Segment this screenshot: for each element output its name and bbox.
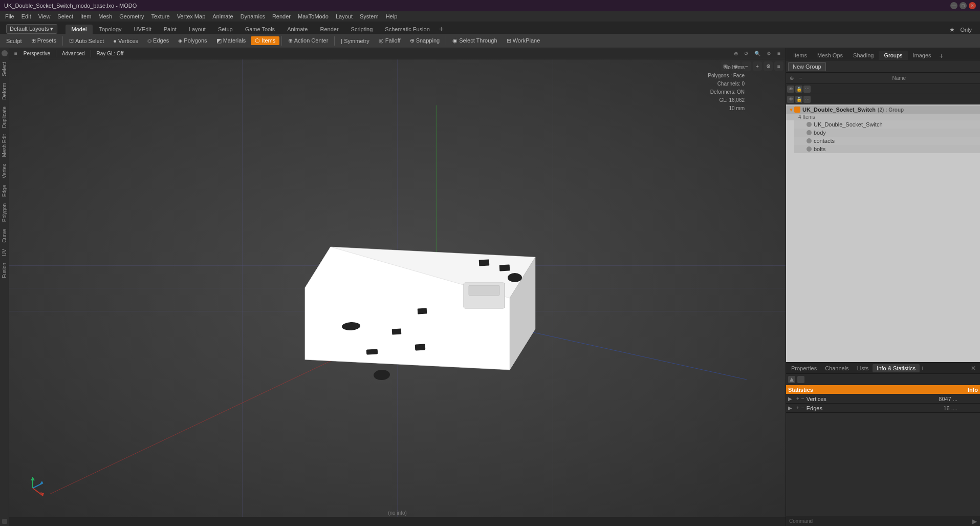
- menu-geometry[interactable]: Geometry: [116, 12, 147, 20]
- menu-help[interactable]: Help: [383, 12, 401, 20]
- falloff-button[interactable]: ◎ Falloff: [375, 36, 405, 45]
- sidebar-tab-uv[interactable]: UV: [1, 246, 8, 259]
- minus-icon-vertices[interactable]: −: [801, 396, 804, 402]
- tab-add-bottom[interactable]: +: [921, 364, 925, 372]
- tab-setup[interactable]: Setup: [212, 25, 239, 34]
- lock-icon-2[interactable]: 🔒: [795, 96, 802, 103]
- viewport-menu-btn[interactable]: ≡: [12, 50, 19, 57]
- tab-add-button[interactable]: +: [938, 52, 946, 60]
- tab-lists[interactable]: Lists: [853, 364, 873, 372]
- vp-ctrl-5[interactable]: ⚙: [764, 61, 773, 71]
- list-icon-2[interactable]: −: [796, 74, 805, 83]
- menu-render[interactable]: Render: [269, 12, 294, 20]
- tab-layout[interactable]: Layout: [183, 25, 212, 34]
- minimize-button[interactable]: —: [950, 2, 957, 9]
- add-icon-vertices[interactable]: +: [796, 396, 799, 402]
- vp-ctrl-6[interactable]: ≡: [774, 61, 783, 71]
- sidebar-bottom-btn[interactable]: [2, 519, 7, 524]
- sidebar-tab-deform[interactable]: Deform: [1, 80, 8, 103]
- add-icon-edges[interactable]: +: [796, 405, 799, 411]
- viewport-controls-btn-4[interactable]: ⚙: [765, 50, 773, 57]
- only-button[interactable]: Only: [957, 26, 975, 34]
- expand-vertices[interactable]: ▶: [788, 396, 794, 402]
- tab-images[interactable]: Images: [908, 51, 937, 60]
- tab-add[interactable]: +: [436, 25, 447, 34]
- minus-icon-edges[interactable]: −: [801, 405, 804, 411]
- tab-render[interactable]: Render: [314, 25, 344, 34]
- workplane-button[interactable]: ⊞ WorkPlane: [503, 36, 545, 45]
- tab-shading[interactable]: Shading: [848, 51, 879, 60]
- tab-channels[interactable]: Channels: [821, 364, 853, 372]
- lock-icon[interactable]: 🔒: [795, 86, 802, 93]
- sidebar-toggle[interactable]: [2, 50, 8, 56]
- menu-dynamics[interactable]: Dynamics: [237, 12, 268, 20]
- tab-uvedit[interactable]: UVEdit: [128, 25, 158, 34]
- new-group-button[interactable]: New Group: [788, 62, 826, 71]
- tab-items[interactable]: Items: [788, 51, 812, 60]
- tab-paint[interactable]: Paint: [158, 25, 183, 34]
- sidebar-tab-select[interactable]: Select: [1, 59, 8, 79]
- menu-vertex-map[interactable]: Vertex Map: [174, 12, 209, 20]
- tab-model[interactable]: Model: [66, 25, 93, 34]
- more-icon-2[interactable]: ⋯: [803, 96, 811, 103]
- tree-item-body[interactable]: body: [794, 129, 980, 137]
- tree-item-contacts[interactable]: contacts: [794, 137, 980, 145]
- list-icon-1[interactable]: ⊕: [787, 74, 796, 83]
- materials-button[interactable]: ◩ Materials: [212, 36, 250, 45]
- presets-button[interactable]: ⊞ Presets: [27, 36, 60, 45]
- tab-info-statistics[interactable]: Info & Statistics: [873, 364, 920, 372]
- tab-topology[interactable]: Topology: [93, 25, 127, 34]
- stats-toolbar-btn-1[interactable]: [788, 376, 795, 383]
- panel-close-btn[interactable]: ✕: [968, 365, 979, 372]
- menu-mesh[interactable]: Mesh: [95, 12, 115, 20]
- expand-icon-root[interactable]: ▼: [788, 107, 794, 113]
- menu-select[interactable]: Select: [54, 12, 76, 20]
- tab-game-tools[interactable]: Game Tools: [239, 25, 281, 34]
- stats-toolbar-btn-2[interactable]: [797, 376, 804, 383]
- eye-icon-2[interactable]: 👁: [787, 96, 794, 103]
- auto-select-button[interactable]: ⊡ Auto Select: [65, 36, 108, 45]
- menu-edit[interactable]: Edit: [18, 12, 34, 20]
- tab-properties[interactable]: Properties: [787, 364, 821, 372]
- viewport-canvas[interactable]: ⊞ ⊕ − + ⚙ ≡ No Items Polygons : Face Cha…: [9, 59, 786, 517]
- sidebar-tab-fusion[interactable]: Fusion: [1, 260, 8, 281]
- menu-view[interactable]: View: [35, 12, 54, 20]
- sidebar-tab-vertex[interactable]: Vertex: [1, 161, 8, 181]
- snapping-button[interactable]: ⊕ Snapping: [406, 36, 444, 45]
- viewport-controls-btn-2[interactable]: ↺: [742, 50, 750, 57]
- menu-texture[interactable]: Texture: [148, 12, 173, 20]
- symmetry-button[interactable]: | Symmetry: [337, 37, 373, 45]
- viewport-controls-btn-3[interactable]: 🔍: [752, 50, 763, 57]
- viewport-controls-btn-5[interactable]: ≡: [775, 50, 782, 57]
- menu-system[interactable]: System: [357, 12, 382, 20]
- edges-button[interactable]: ◇ Edges: [143, 36, 173, 45]
- command-expand-icon[interactable]: ▶: [972, 518, 977, 525]
- menu-item[interactable]: Item: [77, 12, 94, 20]
- tree-root-group[interactable]: ▼ UK_Double_Socket_Switch (2) : Group: [786, 106, 980, 114]
- layout-dropdown[interactable]: Default Layouts ▾: [6, 24, 57, 34]
- expand-edges[interactable]: ▶: [788, 405, 794, 411]
- sidebar-tab-mesh-edit[interactable]: Mesh Edit: [1, 131, 8, 160]
- tab-schematic-fusion[interactable]: Schematic Fusion: [379, 25, 435, 34]
- polygons-button[interactable]: ◈ Polygons: [174, 36, 211, 45]
- sidebar-tab-edge[interactable]: Edge: [1, 182, 8, 200]
- more-icon[interactable]: ⋯: [803, 86, 811, 93]
- maximize-button[interactable]: □: [960, 2, 967, 9]
- sculpt-button[interactable]: Sculpt: [2, 37, 26, 45]
- tree-item-bolts[interactable]: bolts: [794, 145, 980, 153]
- tab-groups[interactable]: Groups: [879, 51, 907, 60]
- items-button[interactable]: ⬡ Items: [251, 36, 279, 45]
- sidebar-tab-polygon[interactable]: Polygon: [1, 200, 8, 225]
- tree-item-uk-socket[interactable]: UK_Double_Socket_Switch: [794, 120, 980, 129]
- tab-animate[interactable]: Animate: [281, 25, 314, 34]
- menu-animate[interactable]: Animate: [209, 12, 236, 20]
- select-through-button[interactable]: ◉ Select Through: [448, 36, 501, 45]
- action-center-button[interactable]: ⊕ Action Center: [284, 36, 332, 45]
- viewport-controls-btn-1[interactable]: ⊕: [732, 50, 740, 57]
- menu-layout[interactable]: Layout: [333, 12, 356, 20]
- menu-maxtomodo[interactable]: MaxToModo: [295, 12, 332, 20]
- sidebar-tab-duplicate[interactable]: Duplicate: [1, 103, 8, 131]
- vertices-button[interactable]: ● Vertices: [109, 37, 142, 45]
- tab-scripting[interactable]: Scripting: [345, 25, 379, 34]
- menu-file[interactable]: File: [2, 12, 17, 20]
